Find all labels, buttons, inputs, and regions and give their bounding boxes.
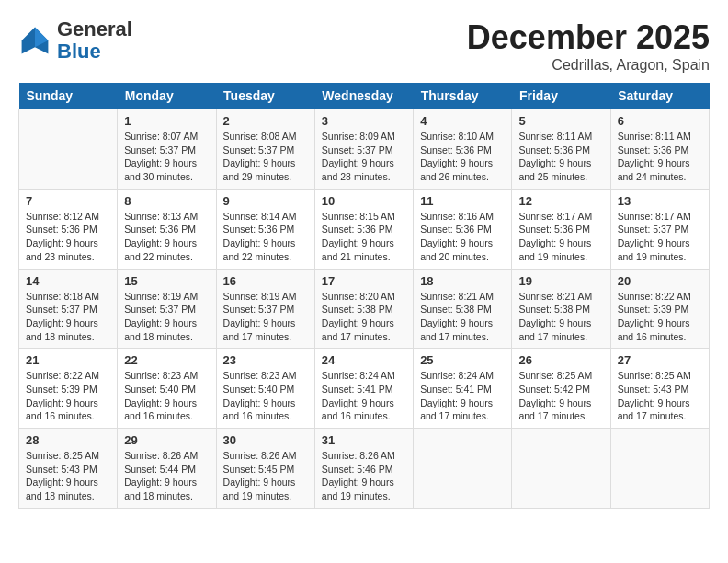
day-header-saturday: Saturday bbox=[610, 83, 709, 109]
calendar-cell: 19Sunrise: 8:21 AM Sunset: 5:38 PM Dayli… bbox=[512, 269, 610, 349]
calendar-cell: 2Sunrise: 8:08 AM Sunset: 5:37 PM Daylig… bbox=[216, 109, 314, 190]
calendar-cell: 12Sunrise: 8:17 AM Sunset: 5:36 PM Dayli… bbox=[512, 189, 610, 269]
cell-content: Sunrise: 8:24 AM Sunset: 5:41 PM Dayligh… bbox=[420, 369, 505, 423]
cell-content: Sunrise: 8:21 AM Sunset: 5:38 PM Dayligh… bbox=[518, 290, 603, 344]
cell-content: Sunrise: 8:14 AM Sunset: 5:36 PM Dayligh… bbox=[223, 210, 308, 264]
cell-content: Sunrise: 8:23 AM Sunset: 5:40 PM Dayligh… bbox=[124, 369, 209, 423]
calendar-cell bbox=[610, 429, 709, 509]
calendar-cell: 22Sunrise: 8:23 AM Sunset: 5:40 PM Dayli… bbox=[118, 349, 216, 429]
cell-content: Sunrise: 8:25 AM Sunset: 5:43 PM Dayligh… bbox=[618, 369, 702, 423]
cell-content: Sunrise: 8:26 AM Sunset: 5:46 PM Dayligh… bbox=[322, 449, 406, 503]
calendar-table: SundayMondayTuesdayWednesdayThursdayFrid… bbox=[18, 83, 710, 509]
logo-blue: Blue bbox=[57, 40, 101, 63]
day-number: 2 bbox=[223, 114, 308, 128]
logo-general: General bbox=[57, 17, 132, 40]
title-block: December 2025 Cedrillas, Aragon, Spain bbox=[467, 18, 710, 74]
day-number: 4 bbox=[420, 114, 505, 128]
day-header-friday: Friday bbox=[512, 83, 610, 109]
calendar-cell: 6Sunrise: 8:11 AM Sunset: 5:36 PM Daylig… bbox=[610, 109, 709, 190]
calendar-week-row: 14Sunrise: 8:18 AM Sunset: 5:37 PM Dayli… bbox=[19, 269, 710, 349]
calendar-week-row: 28Sunrise: 8:25 AM Sunset: 5:43 PM Dayli… bbox=[19, 429, 710, 509]
cell-content: Sunrise: 8:11 AM Sunset: 5:36 PM Dayligh… bbox=[518, 130, 603, 184]
cell-content: Sunrise: 8:25 AM Sunset: 5:43 PM Dayligh… bbox=[26, 449, 110, 503]
calendar-cell: 4Sunrise: 8:10 AM Sunset: 5:36 PM Daylig… bbox=[414, 109, 512, 190]
calendar-cell: 20Sunrise: 8:22 AM Sunset: 5:39 PM Dayli… bbox=[610, 269, 709, 349]
day-number: 29 bbox=[124, 433, 209, 447]
day-number: 31 bbox=[322, 433, 406, 447]
day-number: 5 bbox=[518, 114, 603, 128]
page-header: General Blue December 2025 Cedrillas, Ar… bbox=[18, 18, 710, 74]
calendar-cell: 7Sunrise: 8:12 AM Sunset: 5:36 PM Daylig… bbox=[19, 189, 118, 269]
day-header-sunday: Sunday bbox=[19, 83, 118, 109]
calendar-cell: 5Sunrise: 8:11 AM Sunset: 5:36 PM Daylig… bbox=[512, 109, 610, 190]
calendar-cell: 13Sunrise: 8:17 AM Sunset: 5:37 PM Dayli… bbox=[610, 189, 709, 269]
logo-icon bbox=[18, 24, 51, 57]
cell-content: Sunrise: 8:08 AM Sunset: 5:37 PM Dayligh… bbox=[223, 130, 308, 184]
day-number: 25 bbox=[420, 353, 505, 367]
calendar-cell: 1Sunrise: 8:07 AM Sunset: 5:37 PM Daylig… bbox=[118, 109, 216, 190]
day-number: 21 bbox=[26, 353, 110, 367]
day-number: 18 bbox=[420, 274, 505, 288]
cell-content: Sunrise: 8:15 AM Sunset: 5:36 PM Dayligh… bbox=[322, 210, 406, 264]
location: Cedrillas, Aragon, Spain bbox=[467, 57, 710, 74]
calendar-cell: 8Sunrise: 8:13 AM Sunset: 5:36 PM Daylig… bbox=[118, 189, 216, 269]
cell-content: Sunrise: 8:10 AM Sunset: 5:36 PM Dayligh… bbox=[420, 130, 505, 184]
cell-content: Sunrise: 8:13 AM Sunset: 5:36 PM Dayligh… bbox=[124, 210, 209, 264]
cell-content: Sunrise: 8:12 AM Sunset: 5:36 PM Dayligh… bbox=[26, 210, 110, 264]
cell-content: Sunrise: 8:11 AM Sunset: 5:36 PM Dayligh… bbox=[618, 130, 702, 184]
cell-content: Sunrise: 8:09 AM Sunset: 5:37 PM Dayligh… bbox=[322, 130, 406, 184]
cell-content: Sunrise: 8:18 AM Sunset: 5:37 PM Dayligh… bbox=[26, 290, 110, 344]
day-number: 30 bbox=[223, 433, 308, 447]
calendar-cell: 29Sunrise: 8:26 AM Sunset: 5:44 PM Dayli… bbox=[118, 429, 216, 509]
calendar-cell: 31Sunrise: 8:26 AM Sunset: 5:46 PM Dayli… bbox=[314, 429, 413, 509]
calendar-cell bbox=[19, 109, 118, 190]
calendar-cell: 14Sunrise: 8:18 AM Sunset: 5:37 PM Dayli… bbox=[19, 269, 118, 349]
cell-content: Sunrise: 8:07 AM Sunset: 5:37 PM Dayligh… bbox=[124, 130, 209, 184]
calendar-cell: 26Sunrise: 8:25 AM Sunset: 5:42 PM Dayli… bbox=[512, 349, 610, 429]
day-header-monday: Monday bbox=[118, 83, 216, 109]
logo-text: General Blue bbox=[57, 18, 132, 63]
cell-content: Sunrise: 8:22 AM Sunset: 5:39 PM Dayligh… bbox=[618, 290, 702, 344]
calendar-cell: 23Sunrise: 8:23 AM Sunset: 5:40 PM Dayli… bbox=[216, 349, 314, 429]
calendar-cell: 11Sunrise: 8:16 AM Sunset: 5:36 PM Dayli… bbox=[414, 189, 512, 269]
day-number: 11 bbox=[420, 194, 505, 208]
day-number: 23 bbox=[223, 353, 308, 367]
day-number: 19 bbox=[518, 274, 603, 288]
calendar-cell: 28Sunrise: 8:25 AM Sunset: 5:43 PM Dayli… bbox=[19, 429, 118, 509]
day-header-wednesday: Wednesday bbox=[314, 83, 413, 109]
cell-content: Sunrise: 8:17 AM Sunset: 5:37 PM Dayligh… bbox=[618, 210, 702, 264]
calendar-cell: 3Sunrise: 8:09 AM Sunset: 5:37 PM Daylig… bbox=[314, 109, 413, 190]
day-number: 8 bbox=[124, 194, 209, 208]
cell-content: Sunrise: 8:24 AM Sunset: 5:41 PM Dayligh… bbox=[322, 369, 406, 423]
day-number: 15 bbox=[124, 274, 209, 288]
calendar-week-row: 1Sunrise: 8:07 AM Sunset: 5:37 PM Daylig… bbox=[19, 109, 710, 190]
calendar-cell bbox=[512, 429, 610, 509]
cell-content: Sunrise: 8:26 AM Sunset: 5:45 PM Dayligh… bbox=[223, 449, 308, 503]
day-number: 3 bbox=[322, 114, 406, 128]
cell-content: Sunrise: 8:25 AM Sunset: 5:42 PM Dayligh… bbox=[518, 369, 603, 423]
day-number: 16 bbox=[223, 274, 308, 288]
day-number: 14 bbox=[26, 274, 110, 288]
calendar-cell: 17Sunrise: 8:20 AM Sunset: 5:38 PM Dayli… bbox=[314, 269, 413, 349]
calendar-cell: 9Sunrise: 8:14 AM Sunset: 5:36 PM Daylig… bbox=[216, 189, 314, 269]
calendar-cell: 27Sunrise: 8:25 AM Sunset: 5:43 PM Dayli… bbox=[610, 349, 709, 429]
day-number: 17 bbox=[322, 274, 406, 288]
calendar-header-row: SundayMondayTuesdayWednesdayThursdayFrid… bbox=[19, 83, 710, 109]
calendar-week-row: 7Sunrise: 8:12 AM Sunset: 5:36 PM Daylig… bbox=[19, 189, 710, 269]
calendar-cell: 25Sunrise: 8:24 AM Sunset: 5:41 PM Dayli… bbox=[414, 349, 512, 429]
month-title: December 2025 bbox=[467, 18, 710, 57]
calendar-cell: 21Sunrise: 8:22 AM Sunset: 5:39 PM Dayli… bbox=[19, 349, 118, 429]
day-number: 28 bbox=[26, 433, 110, 447]
cell-content: Sunrise: 8:20 AM Sunset: 5:38 PM Dayligh… bbox=[322, 290, 406, 344]
cell-content: Sunrise: 8:16 AM Sunset: 5:36 PM Dayligh… bbox=[420, 210, 505, 264]
cell-content: Sunrise: 8:19 AM Sunset: 5:37 PM Dayligh… bbox=[223, 290, 308, 344]
day-number: 10 bbox=[322, 194, 406, 208]
day-number: 12 bbox=[518, 194, 603, 208]
calendar-week-row: 21Sunrise: 8:22 AM Sunset: 5:39 PM Dayli… bbox=[19, 349, 710, 429]
cell-content: Sunrise: 8:26 AM Sunset: 5:44 PM Dayligh… bbox=[124, 449, 209, 503]
day-header-tuesday: Tuesday bbox=[216, 83, 314, 109]
cell-content: Sunrise: 8:21 AM Sunset: 5:38 PM Dayligh… bbox=[420, 290, 505, 344]
cell-content: Sunrise: 8:17 AM Sunset: 5:36 PM Dayligh… bbox=[518, 210, 603, 264]
cell-content: Sunrise: 8:19 AM Sunset: 5:37 PM Dayligh… bbox=[124, 290, 209, 344]
calendar-cell: 24Sunrise: 8:24 AM Sunset: 5:41 PM Dayli… bbox=[314, 349, 413, 429]
